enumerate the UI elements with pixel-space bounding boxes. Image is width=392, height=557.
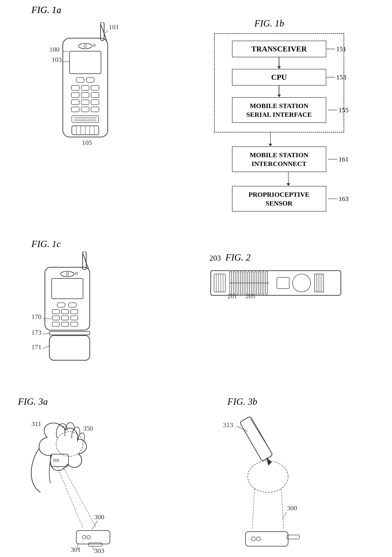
fig1b-container: FIG. 1b TRANSCEIVER 151: [214, 18, 367, 212]
svg-rect-24: [91, 107, 99, 112]
svg-rect-15: [91, 85, 99, 90]
transceiver-ref-num: 151: [336, 45, 346, 53]
connector-2: [279, 86, 279, 95]
svg-rect-65: [214, 274, 225, 292]
dashed-line-3b-1: [252, 489, 255, 531]
svg-rect-16: [71, 92, 79, 98]
svg-rect-17: [81, 92, 89, 98]
transceiver-label: TRANSCEIVER: [251, 45, 307, 53]
mssi-block: MOBILE STATION SERIAL INTERFACE: [232, 97, 326, 123]
fig3a-label: FIG. 3a: [18, 396, 192, 407]
svg-line-57: [43, 319, 51, 319]
base-btn1: [82, 535, 86, 539]
ps-block: PROPRIOCEPTIVE SENSOR: [232, 186, 326, 212]
msi-block: MOBILE STATION INTERCONNECT: [232, 147, 326, 172]
fig1b-dashed-box: TRANSCEIVER 151 CPU: [214, 33, 344, 132]
svg-point-5: [79, 43, 92, 49]
dashed-line2: [63, 467, 96, 528]
transceiver-block: TRANSCEIVER: [232, 41, 326, 57]
svg-text:170: 170: [32, 313, 41, 320]
svg-rect-48: [62, 310, 69, 314]
svg-point-83: [293, 274, 311, 292]
connector-4: [288, 172, 289, 183]
svg-rect-49: [71, 310, 78, 314]
fig2-ref203: 203: [209, 254, 221, 262]
connector-1: [279, 57, 279, 66]
fig1c-container: FIG. 1c: [32, 238, 117, 378]
svg-rect-50: [52, 316, 59, 320]
ps-ref: 163: [328, 195, 349, 203]
mssi-wrapper: MOBILE STATION SERIAL INTERFACE 155: [232, 97, 326, 123]
ps-line1: PROPRIOCEPTIVE: [239, 190, 319, 199]
fig1a-label-div: FIG. 1a: [32, 5, 61, 15]
bottom-section: FIG. 3a 311: [18, 396, 374, 557]
mssi-ref-num: 155: [339, 106, 349, 114]
svg-text:301: 301: [71, 546, 81, 553]
svg-text:201: 201: [228, 293, 237, 299]
fig1a-label-span: FIG. 1a: [32, 5, 61, 15]
page: FIG. 1a 101: [0, 0, 392, 557]
fig1c-column: FIG. 1c: [18, 225, 192, 378]
svg-text:100: 100: [49, 46, 59, 53]
transceiver-wrapper: TRANSCEIVER 151: [232, 41, 326, 57]
fig2-container: 203 FIG. 2: [209, 252, 374, 300]
fig2-label: FIG. 2: [225, 252, 251, 263]
svg-point-43: [75, 272, 77, 274]
svg-text:205: 205: [246, 293, 255, 299]
dashed-circle-350: [56, 432, 83, 456]
msi-wrapper: MOBILE STATION INTERCONNECT 161: [232, 147, 326, 172]
svg-rect-12: [86, 77, 94, 82]
svg-point-42: [66, 273, 69, 275]
svg-rect-51: [62, 316, 69, 320]
cpu-block: CPU: [232, 69, 326, 86]
svg-point-6: [84, 45, 87, 47]
base-btn2: [87, 535, 90, 539]
svg-rect-84: [315, 274, 324, 292]
svg-rect-47: [52, 310, 59, 314]
fig3a-container: FIG. 3a 311: [18, 396, 192, 557]
svg-point-41: [61, 271, 74, 277]
fig2-column: 203 FIG. 2: [200, 225, 374, 378]
ps-wrapper: PROPRIOCEPTIVE SENSOR 163: [232, 186, 326, 212]
pen-clip: [250, 418, 269, 450]
svg-rect-55: [71, 322, 78, 326]
mssi-line2: SERIAL INTERFACE: [239, 110, 319, 119]
fig1a-phone-svg: 101 103: [49, 23, 126, 148]
arrow-4: [287, 183, 290, 186]
device-btn1: [53, 459, 56, 462]
svg-text:300: 300: [94, 513, 104, 521]
connector-tab: [89, 543, 102, 546]
svg-text:105: 105: [82, 139, 92, 146]
dashed-line-3b-2: [281, 489, 284, 531]
fig1c-phone-svg: 170 173 171: [32, 252, 108, 377]
cpu-wrapper: CPU 153: [232, 69, 326, 86]
svg-rect-61: [49, 336, 90, 360]
svg-rect-11: [76, 77, 84, 82]
msi-ref-num: 161: [339, 156, 349, 163]
base-3b-btn1: [251, 537, 255, 541]
ref300-3b-line: [282, 512, 287, 519]
arrow-3: [269, 144, 272, 147]
svg-rect-20: [81, 100, 89, 105]
svg-text:313: 313: [223, 421, 233, 428]
transceiver-ref: 151: [326, 45, 346, 53]
svg-rect-23: [81, 107, 89, 112]
fig2-svg: 201 205: [209, 267, 344, 299]
fig3b-svg: 313 300: [200, 409, 340, 557]
cpu-ref-num: 153: [336, 74, 346, 81]
svg-text:350: 350: [83, 425, 93, 432]
cpu-ref: 153: [326, 74, 346, 81]
fig1a-column: FIG. 1a 101: [18, 14, 192, 212]
dashed-circle-3b: [248, 461, 288, 492]
dashed-line1: [57, 467, 83, 528]
msi-line1: MOBILE STATION: [239, 150, 319, 159]
fig1c-label: FIG. 1c: [32, 238, 117, 249]
top-section: FIG. 1a 101: [18, 14, 374, 212]
connector-3: [270, 132, 271, 144]
msi-ref: 161: [328, 156, 349, 163]
msi-line2: INTERCONNECT: [239, 159, 319, 168]
svg-text:171: 171: [32, 343, 41, 351]
svg-text:303: 303: [94, 547, 104, 554]
fig2-header: 203 FIG. 2: [209, 252, 374, 265]
svg-rect-18: [91, 92, 99, 98]
